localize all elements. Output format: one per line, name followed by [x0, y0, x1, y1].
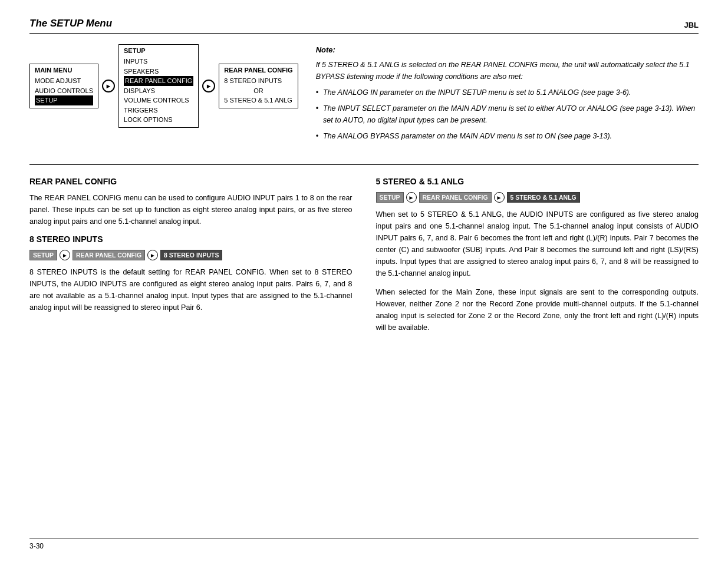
- rear-panel-menu-header: REAR PANEL CONFIG: [224, 67, 292, 74]
- top-section: MAIN MENU MODE ADJUST AUDIO CONTROLS SET…: [29, 44, 699, 147]
- 8-stereo-inputs-title: 8 STEREO INPUTS: [29, 234, 353, 244]
- setup-item-lock: LOCK OPTIONS: [124, 115, 193, 125]
- bottom-columns: REAR PANEL CONFIG The REAR PANEL CONFIG …: [29, 177, 699, 340]
- setup-item-inputs: INPUTS: [124, 57, 193, 67]
- note-bullet-1: The ANALOG IN parameter on the INPUT SET…: [316, 87, 699, 98]
- breadcrumb-rear-panel-2: REAR PANEL CONFIG: [419, 192, 492, 203]
- note-bullets: The ANALOG IN parameter on the INPUT SET…: [316, 87, 699, 143]
- rear-panel-menu-box: REAR PANEL CONFIG 8 STEREO INPUTS OR 5 S…: [219, 64, 298, 108]
- rear-panel-config-intro: The REAR PANEL CONFIG menu can be used t…: [29, 192, 353, 227]
- breadcrumb-arrow-4: ►: [494, 192, 505, 203]
- note-intro: If 5 STEREO & 5.1 ANLG is selected on th…: [316, 59, 699, 82]
- header: The SETUP Menu JBL: [29, 18, 699, 34]
- rear-panel-item-or: OR: [224, 86, 292, 96]
- note-bullet-3: The ANALOG BYPASS parameter on the MAIN …: [316, 131, 699, 142]
- setup-item-speakers: SPEAKERS: [124, 67, 193, 77]
- rear-panel-item-8stereo: 8 STEREO INPUTS: [224, 76, 292, 86]
- setup-menu-header: SETUP: [124, 47, 193, 54]
- breadcrumb-rear-panel-1: REAR PANEL CONFIG: [73, 250, 145, 260]
- main-menu-item-setup: SETUP: [35, 95, 93, 105]
- arrow-1: ►: [102, 80, 115, 92]
- note-section: Note: If 5 STEREO & 5.1 ANLG is selected…: [316, 44, 699, 147]
- breadcrumb-setup-1: SETUP: [29, 250, 57, 260]
- menu-diagram: MAIN MENU MODE ADJUST AUDIO CONTROLS SET…: [29, 44, 298, 128]
- breadcrumb-setup-2: SETUP: [376, 192, 404, 203]
- main-menu-header: MAIN MENU: [35, 67, 93, 74]
- brand-label: JBL: [684, 21, 699, 29]
- breadcrumb-8stereo: SETUP ► REAR PANEL CONFIG ► 8 STEREO INP…: [29, 250, 353, 260]
- section-divider: [29, 164, 699, 165]
- breadcrumb-arrow-1: ►: [60, 250, 70, 260]
- page-number: 3-30: [29, 542, 44, 550]
- setup-item-rear-panel: REAR PANEL CONFIG: [124, 76, 193, 86]
- setup-item-volume: VOLUME CONTROLS: [124, 95, 193, 105]
- 8-stereo-inputs-body: 8 STEREO INPUTS is the default setting f…: [29, 266, 353, 313]
- arrow-2: ►: [202, 80, 215, 92]
- breadcrumb-arrow-2: ►: [147, 250, 158, 260]
- breadcrumb-5stereo-active: 5 STEREO & 5.1 ANLG: [507, 192, 580, 203]
- page-title: The SETUP Menu: [29, 18, 112, 29]
- breadcrumb-8stereo-active: 8 STEREO INPUTS: [160, 250, 222, 260]
- left-column: REAR PANEL CONFIG The REAR PANEL CONFIG …: [29, 177, 353, 340]
- setup-item-triggers: TRIGGERS: [124, 105, 193, 115]
- rear-panel-config-title: REAR PANEL CONFIG: [29, 177, 353, 186]
- note-title: Note:: [316, 44, 699, 56]
- main-menu-item-audio: AUDIO CONTROLS: [35, 86, 93, 96]
- note-bullet-2: The INPUT SELECT parameter on the MAIN A…: [316, 103, 699, 126]
- right-column: 5 STEREO & 5.1 ANLG SETUP ► REAR PANEL C…: [376, 177, 699, 340]
- breadcrumb-5stereo: SETUP ► REAR PANEL CONFIG ► 5 STEREO & 5…: [376, 192, 699, 203]
- rear-panel-item-5stereo: 5 STEREO & 5.1 ANLG: [224, 95, 292, 105]
- main-menu-item-mode: MODE ADJUST: [35, 76, 93, 86]
- 5stereo-anlg-title: 5 STEREO & 5.1 ANLG: [376, 177, 699, 186]
- 5stereo-anlg-body: When set to 5 STEREO & 5.1 ANLG, the AUD…: [376, 209, 699, 333]
- breadcrumb-arrow-3: ►: [406, 192, 417, 203]
- setup-item-displays: DISPLAYS: [124, 86, 193, 96]
- main-menu-box: MAIN MENU MODE ADJUST AUDIO CONTROLS SET…: [29, 64, 98, 108]
- footer: 3-30: [29, 538, 699, 550]
- page: The SETUP Menu JBL MAIN MENU MODE ADJUST…: [0, 0, 728, 562]
- setup-menu-box: SETUP INPUTS SPEAKERS REAR PANEL CONFIG …: [118, 44, 199, 128]
